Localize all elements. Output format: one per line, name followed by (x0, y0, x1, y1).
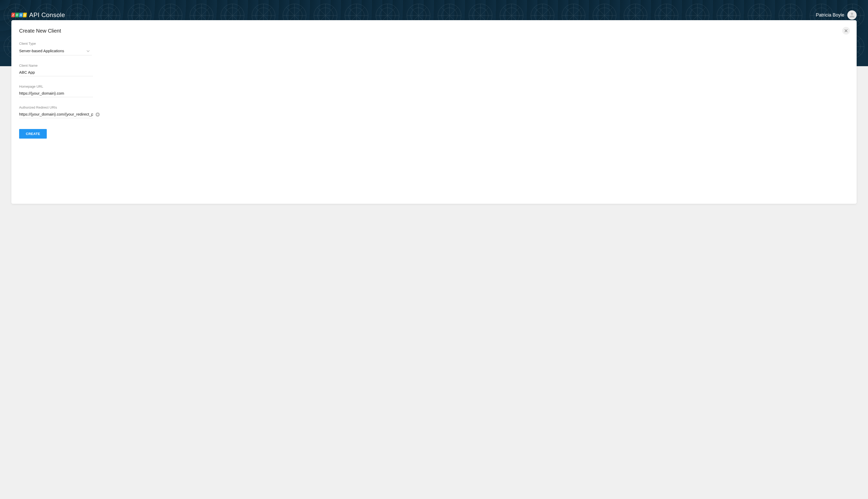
client-name-input[interactable] (19, 70, 93, 76)
close-button[interactable] (842, 27, 850, 35)
client-type-group: Client Type Server-based Applications (19, 41, 849, 55)
client-name-label: Client Name (19, 64, 849, 68)
homepage-url-input[interactable] (19, 90, 93, 97)
client-type-select[interactable]: Server-based Applications (19, 48, 92, 55)
plus-icon (96, 113, 99, 116)
redirect-uri-input[interactable] (19, 111, 93, 118)
user-section[interactable]: Patricia Boyle (816, 10, 857, 20)
redirect-uris-group: Authorized Redirect URIs (19, 106, 849, 118)
logo-section: Z O H O API Console (11, 11, 65, 19)
main-card: Create New Client Client Type Server-bas… (11, 20, 857, 204)
zoho-logo: Z O H O (11, 13, 27, 17)
logo-letter-o: O (15, 13, 19, 17)
client-name-group: Client Name (19, 64, 849, 76)
product-name: API Console (29, 11, 65, 19)
logo-letter-o: O (23, 13, 27, 17)
homepage-url-group: Homepage URL (19, 85, 849, 97)
homepage-url-label: Homepage URL (19, 85, 849, 88)
close-icon (844, 29, 847, 32)
client-type-label: Client Type (19, 41, 849, 46)
avatar[interactable] (847, 10, 857, 20)
person-icon (848, 11, 856, 19)
logo-letter-z: Z (11, 13, 15, 17)
logo-letter-h: H (19, 13, 23, 17)
create-button[interactable]: CREATE (19, 129, 47, 138)
add-redirect-uri-button[interactable] (96, 112, 100, 117)
card-title: Create New Client (19, 28, 849, 34)
user-name: Patricia Boyle (816, 12, 844, 18)
redirect-uris-label: Authorized Redirect URIs (19, 106, 849, 109)
